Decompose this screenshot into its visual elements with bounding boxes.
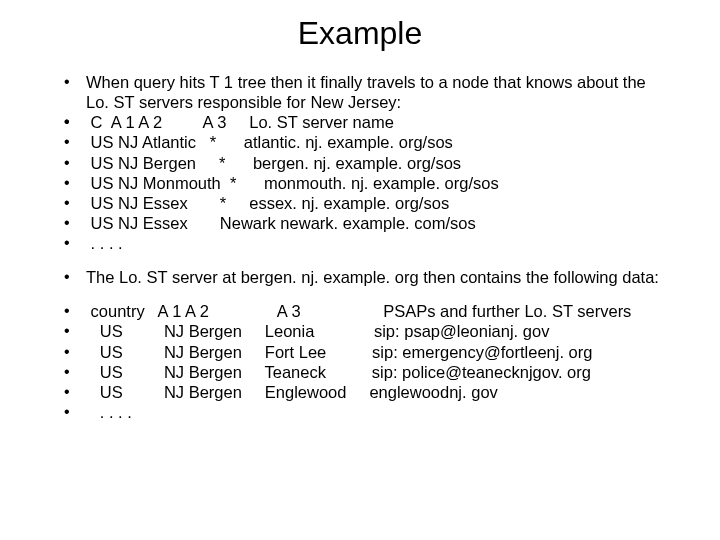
b1-r2: US NJ Atlantic * atlantic. nj. example. … — [64, 132, 672, 152]
b3-r2: US NJ Bergen Fort Lee sip: emergency@for… — [64, 342, 672, 362]
b1-r4: US NJ Monmouth * monmouth. nj. example. … — [64, 173, 672, 193]
bullet-list-2: The Lo. ST server at bergen. nj. example… — [48, 267, 672, 287]
b1-r6: US NJ Essex Newark newark. example. com/… — [64, 213, 672, 233]
b1-r3: US NJ Bergen * bergen. nj. example. org/… — [64, 153, 672, 173]
b1-intro: When query hits T 1 tree then it finally… — [64, 72, 672, 112]
b2-intro: The Lo. ST server at bergen. nj. example… — [64, 267, 672, 287]
b3-r3: US NJ Bergen Teaneck sip: police@teaneck… — [64, 362, 672, 382]
b3-r1: US NJ Bergen Leonia sip: psap@leonianj. … — [64, 321, 672, 341]
slide-title: Example — [48, 15, 672, 52]
bullet-list-1: When query hits T 1 tree then it finally… — [48, 72, 672, 253]
b3-r4: US NJ Bergen Englewood englewoodnj. gov — [64, 382, 672, 402]
b3-r5: . . . . — [64, 402, 672, 422]
b1-r1: C A 1 A 2 A 3 Lo. ST server name — [64, 112, 672, 132]
bullet-list-3: country A 1 A 2 A 3 PSAPs and further Lo… — [48, 301, 672, 422]
b3-r0: country A 1 A 2 A 3 PSAPs and further Lo… — [64, 301, 672, 321]
b1-r5: US NJ Essex * essex. nj. example. org/so… — [64, 193, 672, 213]
b1-r7: . . . . — [64, 233, 672, 253]
